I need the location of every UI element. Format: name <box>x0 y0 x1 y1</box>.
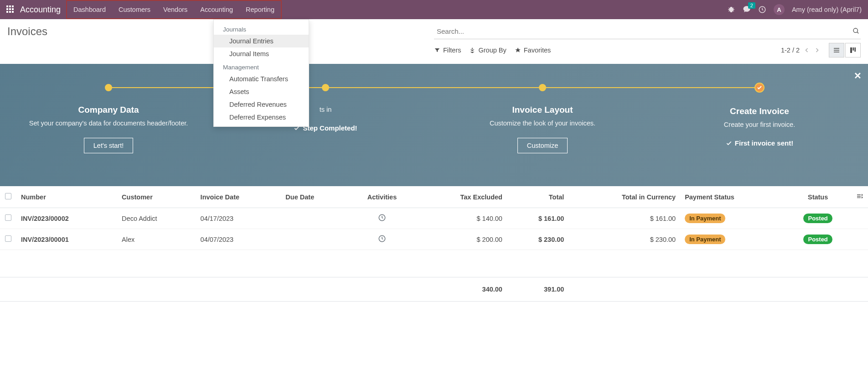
clock-icon[interactable] <box>758 5 766 14</box>
col-due-date[interactable]: Due Date <box>281 186 348 208</box>
dd-section-management: Management <box>214 60 309 73</box>
step-lets-start-button[interactable]: Let's start! <box>84 138 133 153</box>
dd-journal-entries[interactable]: Journal Entries <box>214 35 309 47</box>
col-number[interactable]: Number <box>16 186 117 208</box>
pager-text: 1-2 / 2 <box>781 47 800 54</box>
dd-deferred-revenues[interactable]: Deferred Revenues <box>214 98 309 111</box>
table-row[interactable]: INV/2023/00001 Alex 04/07/2023 $ 200.00 … <box>0 229 868 250</box>
nav-customers[interactable]: Customers <box>112 0 157 19</box>
nav-vendors[interactable]: Vendors <box>157 0 194 19</box>
table-row[interactable]: INV/2023/00002 Deco Addict 04/17/2023 $ … <box>0 208 868 229</box>
pager-next-icon[interactable] <box>814 47 820 53</box>
step-company-data: Company Data Set your company's data for… <box>0 84 217 186</box>
step-customize-button[interactable]: Customize <box>517 138 568 153</box>
svg-point-1 <box>853 28 858 32</box>
activity-clock-icon[interactable] <box>378 235 386 243</box>
view-kanban-button[interactable] <box>845 43 861 57</box>
row-checkbox[interactable] <box>5 214 11 221</box>
dd-deferred-expenses[interactable]: Deferred Expenses <box>214 111 309 124</box>
col-invoice-date[interactable]: Invoice Date <box>196 186 281 208</box>
filters-button[interactable]: Filters <box>434 47 461 54</box>
step-invoice-layout: Invoice Layout Customize the look of you… <box>434 84 651 186</box>
dd-assets[interactable]: Assets <box>214 85 309 98</box>
pager-prev-icon[interactable] <box>804 47 810 53</box>
nav-dashboard[interactable]: Dashboard <box>67 0 112 19</box>
payment-badge: In Payment <box>685 235 725 244</box>
search-icon[interactable] <box>852 27 860 35</box>
apps-icon[interactable] <box>6 5 15 14</box>
view-list-button[interactable] <box>829 43 844 57</box>
col-status[interactable]: Status <box>784 186 852 208</box>
groupby-button[interactable]: Group By <box>469 47 506 54</box>
activity-clock-icon[interactable] <box>378 214 386 222</box>
invoices-table: Number Customer Invoice Date Due Date Ac… <box>0 186 868 302</box>
messages-icon[interactable]: 2 <box>743 5 751 15</box>
status-badge: Posted <box>803 235 832 244</box>
col-customer[interactable]: Customer <box>117 186 196 208</box>
dd-section-journals: Journals <box>214 22 309 35</box>
row-checkbox[interactable] <box>5 235 11 242</box>
dd-journal-items[interactable]: Journal Items <box>214 47 309 60</box>
accounting-dropdown: Journals Journal Entries Journal Items M… <box>213 19 309 127</box>
nav-reporting[interactable]: Reporting <box>239 0 281 19</box>
columns-settings-icon[interactable] <box>856 193 863 200</box>
col-activities[interactable]: Activities <box>348 186 416 208</box>
payment-badge: In Payment <box>685 214 725 223</box>
nav-menu-highlight: Dashboard Customers Vendors Accounting R… <box>66 0 282 19</box>
dd-auto-transfers[interactable]: Automatic Transfers <box>214 73 309 85</box>
col-currency[interactable]: Total in Currency <box>568 186 680 208</box>
user-name[interactable]: Amy (read only) (April7) <box>792 6 862 13</box>
onboarding-banner: ✕ Company Data Set your company's data f… <box>0 64 868 186</box>
nav-accounting[interactable]: Accounting <box>194 0 239 19</box>
step-create-invoice: Create Invoice Create your first invoice… <box>651 84 868 186</box>
status-badge: Posted <box>803 214 832 223</box>
step-invoice-sent-label: First invoice sent! <box>726 139 793 147</box>
col-payment[interactable]: Payment Status <box>680 186 784 208</box>
col-tax[interactable]: Tax Excluded <box>416 186 507 208</box>
search-input[interactable] <box>434 24 861 39</box>
favorites-button[interactable]: Favorites <box>515 47 551 54</box>
table-footer: 340.00 391.00 <box>0 277 868 302</box>
select-all-checkbox[interactable] <box>5 193 11 199</box>
bug-icon[interactable] <box>727 5 735 14</box>
col-total[interactable]: Total <box>507 186 568 208</box>
avatar[interactable]: A <box>774 4 785 15</box>
navbar: Accounting Dashboard Customers Vendors A… <box>0 0 868 19</box>
app-title[interactable]: Accounting <box>20 5 61 15</box>
messages-badge: 2 <box>748 2 755 9</box>
